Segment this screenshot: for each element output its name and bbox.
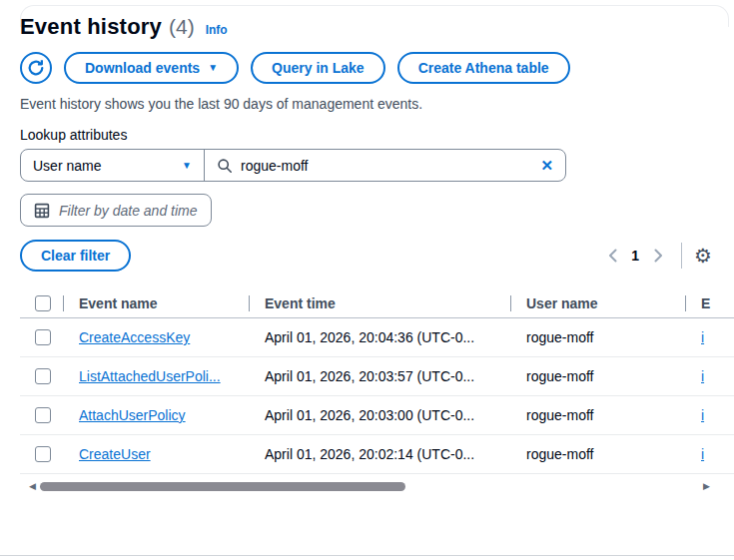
event-history-panel: Event history (4) Info Download events ▼…: [0, 0, 734, 493]
settings-gear-icon[interactable]: ⚙: [694, 246, 712, 266]
attribute-selected-value: User name: [33, 158, 101, 174]
column-header-event-name[interactable]: Event name: [63, 295, 249, 311]
download-events-label: Download events: [85, 60, 200, 76]
create-athena-table-button[interactable]: Create Athena table: [397, 52, 570, 84]
clear-filter-button[interactable]: Clear filter: [20, 240, 131, 272]
date-filter-placeholder: Filter by date and time: [59, 203, 198, 219]
table-body: CreateAccessKey April 01, 2026, 20:04:36…: [20, 318, 734, 474]
clear-filter-label: Clear filter: [41, 248, 110, 264]
header-checkbox-cell: [20, 295, 63, 311]
previous-page-button[interactable]: [601, 245, 623, 267]
event-time-cell: April 01, 2026, 20:03:57 (UTC-0...: [249, 368, 510, 384]
table-row: ListAttachedUserPoli... April 01, 2026, …: [20, 357, 734, 396]
page-title: Event history: [20, 14, 162, 40]
events-table: Event name Event time User name E Create…: [20, 288, 734, 474]
event-source-link[interactable]: i: [701, 329, 704, 345]
row-checkbox[interactable]: [35, 368, 51, 384]
refresh-icon: [27, 59, 45, 77]
search-input[interactable]: rogue-moff ✕: [205, 150, 565, 181]
download-events-button[interactable]: Download events ▼: [64, 52, 239, 84]
bottom-divider: [0, 555, 734, 556]
event-name-link[interactable]: AttachUserPolicy: [79, 407, 186, 423]
scroll-right-icon[interactable]: ▶: [703, 482, 710, 491]
row-checkbox[interactable]: [35, 446, 51, 462]
page-header: Event history (4) Info: [20, 14, 734, 40]
search-icon: [217, 158, 233, 174]
event-time-cell: April 01, 2026, 20:02:14 (UTC-0...: [249, 446, 510, 462]
description-text: Event history shows you the last 90 days…: [20, 96, 734, 112]
column-header-event-source[interactable]: E: [685, 295, 734, 311]
event-name-link[interactable]: ListAttachedUserPoli...: [79, 368, 221, 384]
clear-search-icon[interactable]: ✕: [540, 158, 553, 173]
event-source-link[interactable]: i: [701, 407, 704, 423]
next-page-button[interactable]: [647, 245, 669, 267]
event-name-link[interactable]: CreateUser: [79, 446, 151, 462]
search-value: rogue-moff: [241, 158, 532, 174]
actions-row: Clear filter 1 ⚙: [20, 240, 734, 272]
scrollbar-thumb[interactable]: [40, 482, 405, 491]
pagination-divider: [681, 243, 682, 269]
table-row: CreateAccessKey April 01, 2026, 20:04:36…: [20, 318, 734, 357]
select-all-checkbox[interactable]: [35, 295, 51, 311]
chevron-down-icon: ▼: [208, 63, 218, 73]
event-name-link[interactable]: CreateAccessKey: [79, 329, 190, 345]
table-row: CreateUser April 01, 2026, 20:02:14 (UTC…: [20, 435, 734, 474]
lookup-attributes-label: Lookup attributes: [20, 127, 734, 143]
row-checkbox[interactable]: [35, 407, 51, 423]
user-name-cell: rogue-moff: [510, 368, 685, 384]
toolbar: Download events ▼ Query in Lake Create A…: [20, 52, 734, 84]
query-in-lake-label: Query in Lake: [272, 60, 365, 76]
pagination: 1 ⚙: [601, 243, 712, 269]
event-source-link[interactable]: i: [701, 446, 704, 462]
row-checkbox[interactable]: [35, 329, 51, 345]
event-time-cell: April 01, 2026, 20:04:36 (UTC-0...: [249, 329, 510, 345]
column-header-event-time[interactable]: Event time: [249, 295, 510, 311]
column-header-user-name[interactable]: User name: [510, 295, 685, 311]
info-link[interactable]: Info: [206, 23, 228, 37]
horizontal-scrollbar: ◀ ▶: [20, 479, 734, 493]
user-name-cell: rogue-moff: [510, 446, 685, 462]
calendar-icon: [34, 203, 50, 219]
user-name-cell: rogue-moff: [510, 407, 685, 423]
attribute-select[interactable]: User name ▼: [21, 150, 205, 181]
table-header-row: Event name Event time User name E: [20, 288, 734, 318]
refresh-button[interactable]: [20, 52, 52, 84]
current-page-number[interactable]: 1: [623, 248, 647, 264]
lookup-filter-group: User name ▼ rogue-moff ✕: [20, 149, 566, 182]
table-row: AttachUserPolicy April 01, 2026, 20:03:0…: [20, 396, 734, 435]
event-time-cell: April 01, 2026, 20:03:00 (UTC-0...: [249, 407, 510, 423]
scroll-left-icon[interactable]: ◀: [29, 482, 36, 491]
event-source-link[interactable]: i: [701, 368, 704, 384]
create-athena-table-label: Create Athena table: [418, 60, 549, 76]
query-in-lake-button[interactable]: Query in Lake: [251, 52, 385, 84]
user-name-cell: rogue-moff: [510, 329, 685, 345]
date-time-filter-input[interactable]: Filter by date and time: [20, 194, 212, 227]
chevron-down-icon: ▼: [182, 161, 192, 171]
event-count: (4): [169, 15, 195, 39]
